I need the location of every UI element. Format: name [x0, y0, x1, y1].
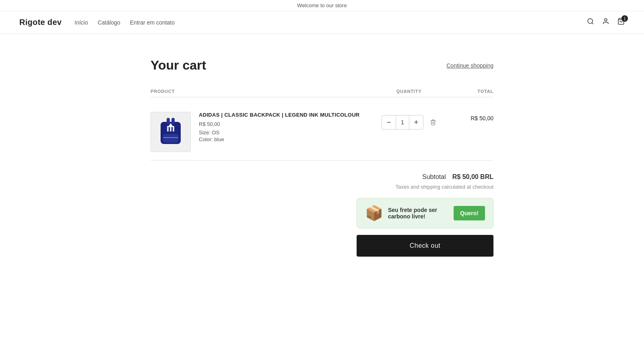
svg-rect-7 — [163, 134, 178, 143]
subtotal-row: Subtotal R$ 50,00 BRL — [422, 173, 493, 181]
carbon-text: Seu frete pode ser carbono livre! — [388, 207, 454, 220]
svg-line-1 — [592, 23, 593, 24]
svg-point-0 — [588, 19, 592, 23]
nav-links: Início Catálogo Entrar em contato — [74, 19, 175, 26]
top-banner: Welcome to our store — [0, 0, 644, 11]
col-header-product: PRODUCT — [151, 89, 373, 94]
product-name: ADIDAS | CLASSIC BACKPACK | LEGEND INK M… — [199, 112, 373, 118]
header-left: Rigote dev Início Catálogo Entrar em con… — [19, 18, 175, 27]
top-banner-text: Welcome to our store — [297, 2, 347, 8]
svg-rect-5 — [167, 118, 170, 124]
quantity-value: 1 — [396, 115, 409, 129]
product-image — [151, 112, 191, 152]
header: Rigote dev Início Catálogo Entrar em con… — [0, 11, 644, 34]
subtotal-value: R$ 50,00 BRL — [452, 173, 493, 181]
product-size: Size: OS — [199, 130, 373, 136]
nav-catalogo[interactable]: Catálogo — [98, 19, 120, 26]
continue-shopping-link[interactable]: Continue shopping — [446, 62, 493, 69]
brand-name[interactable]: Rigote dev — [19, 18, 62, 27]
product-details: ADIDAS | CLASSIC BACKPACK | LEGEND INK M… — [199, 112, 373, 143]
checkout-button[interactable]: Check out — [357, 235, 493, 257]
subtotal-section: Subtotal R$ 50,00 BRL Taxes and shipping… — [151, 173, 493, 257]
cart-item: ADIDAS | CLASSIC BACKPACK | LEGEND INK M… — [151, 104, 493, 160]
account-icon[interactable] — [602, 18, 609, 27]
svg-rect-6 — [171, 118, 175, 124]
item-total: R$ 50,00 — [445, 112, 493, 121]
nav-contato[interactable]: Entrar em contato — [130, 19, 175, 26]
cart-title: Your cart — [151, 58, 206, 73]
delete-item-button[interactable] — [430, 119, 436, 125]
quantity-area: − 1 + — [373, 112, 445, 130]
nav-inicio[interactable]: Início — [74, 19, 88, 26]
col-header-total: TOTAL — [445, 89, 493, 94]
carbon-button[interactable]: Quero! — [454, 206, 485, 220]
cart-header: Your cart Continue shopping — [151, 58, 493, 73]
product-price: R$ 50,00 — [199, 121, 373, 127]
col-header-quantity: QUANTITY — [373, 89, 445, 94]
taxes-note: Taxes and shipping calculated at checkou… — [395, 184, 493, 190]
cart-badge: 1 — [621, 15, 628, 22]
quantity-stepper: − 1 + — [382, 115, 423, 130]
carbon-icon: 📦 — [365, 205, 383, 222]
cart-icon[interactable]: 1 — [617, 18, 625, 27]
carbon-banner: 📦 Seu frete pode ser carbono livre! Quer… — [357, 198, 493, 228]
quantity-increase-button[interactable]: + — [409, 115, 423, 129]
subtotal-label: Subtotal — [422, 173, 446, 181]
header-icons: 1 — [587, 18, 625, 27]
svg-point-2 — [605, 19, 607, 21]
product-color: Color: blue — [199, 136, 373, 142]
search-icon[interactable] — [587, 18, 594, 27]
quantity-decrease-button[interactable]: − — [382, 115, 396, 129]
cart-table-header: PRODUCT QUANTITY TOTAL — [151, 86, 493, 97]
main-content: Your cart Continue shopping PRODUCT QUAN… — [141, 34, 503, 289]
